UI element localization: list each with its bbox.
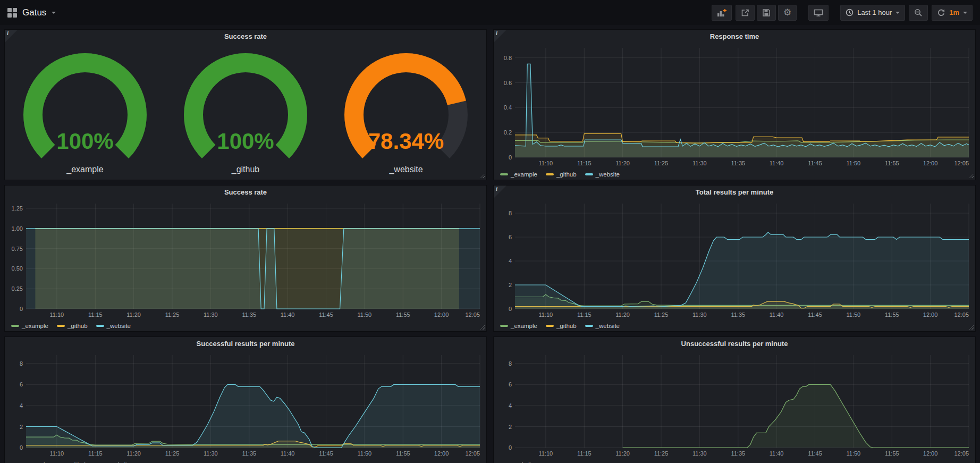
chart-legend: _example_github_website bbox=[5, 319, 486, 332]
add-panel-button[interactable] bbox=[712, 5, 732, 21]
time-range-label: Last 1 hour bbox=[857, 9, 892, 16]
y-tick-label: 0.4 bbox=[504, 104, 512, 111]
y-tick-label: 2 bbox=[509, 424, 512, 430]
dashboard-grid-icon[interactable] bbox=[7, 8, 17, 18]
legend-label: _github bbox=[67, 323, 88, 329]
legend-item-website[interactable]: _website bbox=[585, 171, 620, 178]
share-button[interactable] bbox=[736, 5, 755, 21]
x-tick-label: 11:20 bbox=[126, 450, 141, 457]
legend-label: _github bbox=[556, 323, 577, 329]
gauge-arc: 100% bbox=[11, 52, 159, 164]
legend-item-example[interactable]: _example bbox=[500, 171, 537, 178]
panel-title[interactable]: Successful results per minute bbox=[5, 337, 486, 351]
gauge-series-label: _example bbox=[66, 165, 103, 174]
panel-title[interactable]: Response time bbox=[494, 30, 975, 44]
legend-item-example[interactable]: _example bbox=[500, 323, 537, 329]
x-tick-label: 11:10 bbox=[50, 312, 64, 318]
y-tick-label: 8 bbox=[509, 210, 512, 216]
panel-info-icon[interactable]: i bbox=[494, 186, 506, 198]
y-tick-label: 4 bbox=[20, 402, 23, 409]
y-tick-label: 0.8 bbox=[504, 55, 512, 61]
caret-down-icon bbox=[895, 12, 900, 14]
response-time-chart[interactable]: 00.20.40.60.811:1011:1511:2011:2511:3011… bbox=[497, 44, 973, 168]
legend-item-website[interactable]: _website bbox=[96, 323, 131, 329]
time-range-button[interactable]: Last 1 hour bbox=[840, 5, 905, 21]
x-tick-label: 11:10 bbox=[539, 450, 553, 457]
refresh-interval-label: 1m bbox=[949, 9, 959, 16]
total-results-chart[interactable]: 0246811:1011:1511:2011:2511:3011:3511:40… bbox=[497, 199, 973, 319]
x-tick-label: 11:45 bbox=[319, 450, 333, 457]
panel-successful-results: Successful results per minute 0246811:10… bbox=[4, 336, 487, 463]
legend-swatch bbox=[546, 173, 554, 175]
panel-title[interactable]: Unsuccessful results per minute bbox=[494, 337, 975, 351]
x-tick-label: 12:00 bbox=[923, 160, 938, 166]
legend-swatch bbox=[500, 173, 508, 175]
x-tick-label: 12:00 bbox=[434, 312, 449, 318]
x-tick-label: 11:20 bbox=[615, 450, 630, 457]
legend-item-github[interactable]: _github bbox=[546, 171, 577, 178]
save-button[interactable] bbox=[757, 5, 776, 21]
y-tick-label: 6 bbox=[20, 381, 23, 388]
legend-swatch bbox=[546, 325, 554, 327]
x-tick-label: 11:30 bbox=[204, 450, 218, 457]
panel-title[interactable]: Total results per minute bbox=[494, 186, 975, 199]
y-tick-label: 0 bbox=[20, 444, 23, 451]
legend-item-example[interactable]: _example bbox=[11, 323, 48, 329]
legend-label: _github bbox=[556, 171, 577, 178]
gauge-value: 100% bbox=[217, 129, 274, 154]
gauge-value: 78.34% bbox=[368, 129, 444, 154]
x-tick-label: 11:30 bbox=[692, 160, 707, 166]
success-rate-chart[interactable]: 00.250.500.751.001.2511:1011:1511:2011:2… bbox=[8, 199, 484, 319]
legend-item-website[interactable]: _website bbox=[585, 323, 620, 329]
panel-info-icon[interactable]: i bbox=[494, 30, 506, 43]
y-tick-label: 2 bbox=[509, 282, 512, 288]
panel-title[interactable]: Success rate bbox=[5, 186, 486, 199]
x-tick-label: 11:15 bbox=[88, 312, 103, 318]
y-tick-label: 0 bbox=[509, 154, 512, 161]
panel-title[interactable]: Success rate bbox=[5, 30, 486, 44]
clock-icon bbox=[846, 9, 854, 16]
x-tick-label: 11:55 bbox=[885, 312, 899, 318]
panel-info-icon[interactable]: i bbox=[5, 30, 18, 43]
x-tick-label: 11:20 bbox=[126, 312, 141, 318]
zoom-out-button[interactable] bbox=[909, 5, 928, 21]
y-tick-label: 0.2 bbox=[504, 129, 512, 136]
x-tick-label: 12:00 bbox=[923, 450, 938, 457]
x-tick-label: 11:20 bbox=[615, 312, 630, 318]
y-tick-label: 0 bbox=[509, 444, 512, 451]
x-tick-label: 11:45 bbox=[808, 312, 822, 318]
caret-down-icon bbox=[52, 12, 56, 14]
chart-legend: _example_github_website bbox=[5, 458, 486, 463]
dashboard-title[interactable]: Gatus bbox=[22, 7, 46, 18]
unsuccessful-results-chart[interactable]: 0246811:1011:1511:2011:2511:3011:3511:40… bbox=[497, 351, 973, 458]
panel-response-time: i Response time 00.20.40.60.811:1011:151… bbox=[493, 29, 976, 180]
y-tick-label: 4 bbox=[509, 258, 512, 264]
gauge-website: 78.34%_website bbox=[332, 52, 480, 174]
legend-item-github[interactable]: _github bbox=[546, 323, 577, 329]
refresh-button[interactable]: 1m bbox=[932, 5, 973, 21]
x-tick-label: 11:35 bbox=[242, 312, 256, 318]
gauge-arc: 78.34% bbox=[332, 52, 480, 164]
y-tick-label: 0.50 bbox=[12, 265, 23, 272]
settings-button[interactable]: ⚙ bbox=[778, 5, 797, 21]
x-tick-label: 11:45 bbox=[319, 312, 333, 318]
cycle-view-button[interactable] bbox=[808, 5, 829, 21]
y-tick-label: 1.00 bbox=[12, 225, 23, 232]
x-tick-label: 11:40 bbox=[770, 450, 784, 457]
y-tick-label: 4 bbox=[509, 402, 512, 409]
y-tick-label: 6 bbox=[509, 381, 512, 388]
x-tick-label: 11:50 bbox=[358, 312, 372, 318]
caret-down-icon bbox=[963, 12, 967, 14]
x-tick-label: 12:05 bbox=[465, 450, 480, 457]
legend-item-github[interactable]: _github bbox=[57, 323, 88, 329]
successful-results-chart[interactable]: 0246811:1011:1511:2011:2511:3011:3511:40… bbox=[8, 351, 484, 458]
y-tick-label: 0 bbox=[509, 306, 512, 312]
save-icon bbox=[762, 9, 771, 17]
x-tick-label: 11:25 bbox=[165, 450, 180, 457]
panel-unsuccessful-results: Unsuccessful results per minute 0246811:… bbox=[493, 336, 976, 463]
series-fill-_website bbox=[26, 229, 480, 309]
x-tick-label: 11:15 bbox=[577, 160, 592, 166]
legend-label: _example bbox=[22, 323, 48, 329]
chart-legend: _example_github_website bbox=[494, 319, 975, 332]
x-tick-label: 11:25 bbox=[654, 312, 669, 318]
